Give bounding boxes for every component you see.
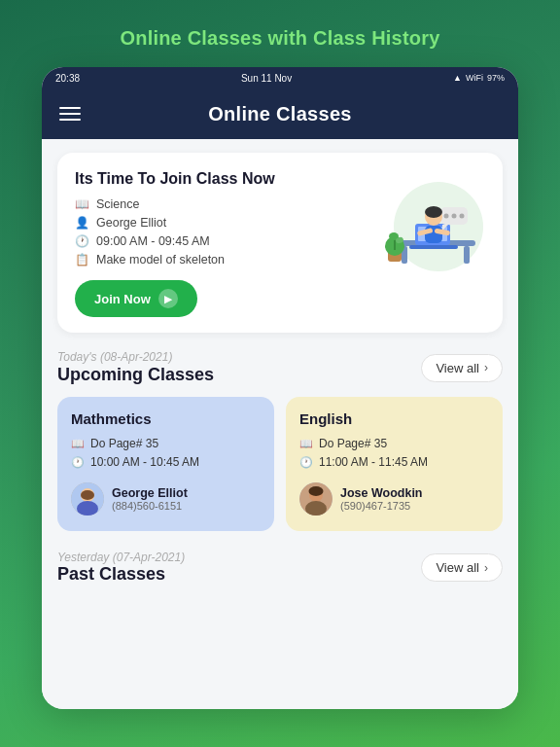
today-label: Today's: [57, 350, 97, 364]
english-teacher-avatar: [299, 482, 332, 516]
svg-point-24: [81, 490, 94, 500]
math-clock-icon: 🕐: [71, 456, 85, 469]
upcoming-label: Today's (08-Apr-2021) Upcoming Classes: [57, 350, 214, 385]
english-teacher-name: Jose Woodkin: [340, 486, 423, 500]
nav-bar: Online Classes: [42, 89, 518, 139]
menu-button[interactable]: [59, 107, 81, 121]
math-time: 🕐 10:00 AM - 10:45 AM: [71, 455, 261, 469]
join-label: Join Now: [94, 292, 151, 306]
chevron-right-icon: ›: [484, 361, 488, 374]
banner-subject-text: Science: [96, 197, 139, 211]
classes-row: Mathmetics 📖 Do Page# 35 🕐 10:00 AM - 10…: [57, 397, 503, 531]
person-icon: 👤: [75, 216, 89, 230]
english-title: English: [299, 410, 489, 427]
today-text: Today's (08-Apr-2021): [57, 350, 214, 364]
math-book-icon: 📖: [71, 438, 85, 450]
math-title: Mathmetics: [71, 410, 261, 427]
math-teacher-row: George Elliot (884)560-6151: [71, 482, 261, 516]
upcoming-view-all-button[interactable]: View all ›: [421, 354, 503, 382]
english-teacher-phone: (590)467-1735: [340, 500, 423, 512]
upcoming-view-all-label: View all: [436, 361, 479, 375]
status-date: Sun 11 Nov: [241, 73, 292, 84]
english-book-icon: 📖: [299, 438, 313, 450]
english-meta: 📖 Do Page# 35 🕐 11:00 AM - 11:45 AM: [299, 437, 489, 469]
page-title-prefix: Online Classes with: [121, 27, 314, 49]
english-teacher-row: Jose Woodkin (590)467-1735: [299, 482, 489, 516]
english-time: 🕐 11:00 AM - 11:45 AM: [299, 455, 489, 469]
upcoming-section-header: Today's (08-Apr-2021) Upcoming Classes V…: [57, 350, 503, 385]
english-teacher-info: Jose Woodkin (590)467-1735: [340, 486, 423, 512]
banner-time: 🕐 09:00 AM - 09:45 AM: [75, 234, 353, 248]
today-date: (08-Apr-2021): [100, 350, 172, 364]
content-area: Its Time To Join Class Now 📖 Science 👤 G…: [42, 139, 518, 709]
svg-rect-3: [464, 246, 470, 264]
math-class-card: Mathmetics 📖 Do Page# 35 🕐 10:00 AM - 10…: [57, 397, 274, 531]
math-meta: 📖 Do Page# 35 🕐 10:00 AM - 10:45 AM: [71, 437, 261, 469]
svg-point-14: [425, 206, 442, 218]
math-teacher-avatar: [71, 482, 104, 516]
banner-meta: 📖 Science 👤 George Elliot 🕐 09:00 AM - 0…: [75, 197, 353, 267]
svg-point-10: [460, 214, 465, 219]
math-teacher-phone: (884)560-6151: [112, 500, 188, 512]
banner-task: 📋 Make model of skeleton: [75, 253, 353, 267]
wifi-icon: WiFi: [466, 73, 483, 83]
past-title: Past Classes: [57, 564, 185, 585]
svg-rect-6: [409, 245, 458, 249]
english-task-text: Do Page# 35: [319, 437, 387, 450]
math-teacher-info: George Elliot (884)560-6151: [112, 486, 188, 512]
svg-rect-13: [425, 226, 442, 243]
play-icon: ▶: [158, 289, 178, 308]
book-icon: 📖: [75, 197, 89, 211]
banner-illustration: [361, 170, 487, 277]
math-time-text: 10:00 AM - 10:45 AM: [90, 455, 199, 469]
past-section-header: Yesterday (07-Apr-2021) Past Classes Vie…: [57, 551, 503, 585]
status-bar: 20:38 Sun 11 Nov ▲ WiFi 97%: [42, 67, 518, 89]
banner-task-text: Make model of skeleton: [96, 253, 225, 267]
clock-icon: 🕐: [75, 234, 89, 248]
page-title-highlight: Class History: [313, 27, 439, 49]
status-icons: ▲ WiFi 97%: [453, 73, 505, 83]
english-class-card: English 📖 Do Page# 35 🕐 11:00 AM - 11:45…: [286, 397, 503, 531]
past-label: Yesterday (07-Apr-2021) Past Classes: [57, 551, 185, 585]
english-task: 📖 Do Page# 35: [299, 437, 489, 450]
english-time-text: 11:00 AM - 11:45 AM: [319, 455, 428, 469]
page-header: Online Classes with Class History: [121, 27, 440, 50]
device-frame: 20:38 Sun 11 Nov ▲ WiFi 97% Online Class…: [42, 67, 518, 709]
english-clock-icon: 🕐: [299, 456, 313, 469]
banner-info: Its Time To Join Class Now 📖 Science 👤 G…: [75, 170, 353, 317]
task-icon: 📋: [75, 253, 89, 267]
past-view-all-label: View all: [436, 560, 479, 575]
svg-point-28: [309, 486, 324, 496]
past-chevron-right-icon: ›: [484, 561, 488, 575]
menu-line-2: [59, 113, 81, 115]
yesterday-text: Yesterday (07-Apr-2021): [57, 551, 185, 564]
svg-point-8: [444, 214, 449, 219]
yesterday-date: (07-Apr-2021): [113, 551, 185, 564]
join-now-button[interactable]: Join Now ▶: [75, 280, 197, 317]
math-task: 📖 Do Page# 35: [71, 437, 261, 450]
banner-card: Its Time To Join Class Now 📖 Science 👤 G…: [57, 153, 503, 333]
menu-line-1: [59, 107, 81, 109]
banner-time-text: 09:00 AM - 09:45 AM: [96, 234, 210, 248]
banner-subject: 📖 Science: [75, 197, 353, 211]
math-teacher-name: George Elliot: [112, 486, 188, 500]
math-task-text: Do Page# 35: [90, 437, 158, 450]
status-time: 20:38: [55, 73, 80, 84]
nav-title: Online Classes: [208, 103, 352, 125]
menu-line-3: [59, 119, 81, 121]
yesterday-label: Yesterday: [57, 551, 109, 564]
banner-teacher: 👤 George Elliot: [75, 216, 353, 230]
signal-icon: ▲: [453, 73, 462, 83]
banner-teacher-text: George Elliot: [96, 216, 166, 230]
svg-point-9: [452, 214, 457, 219]
upcoming-title: Upcoming Classes: [57, 365, 214, 385]
banner-title: Its Time To Join Class Now: [75, 170, 353, 188]
past-view-all-button[interactable]: View all ›: [421, 553, 503, 582]
battery-icon: 97%: [487, 73, 505, 83]
